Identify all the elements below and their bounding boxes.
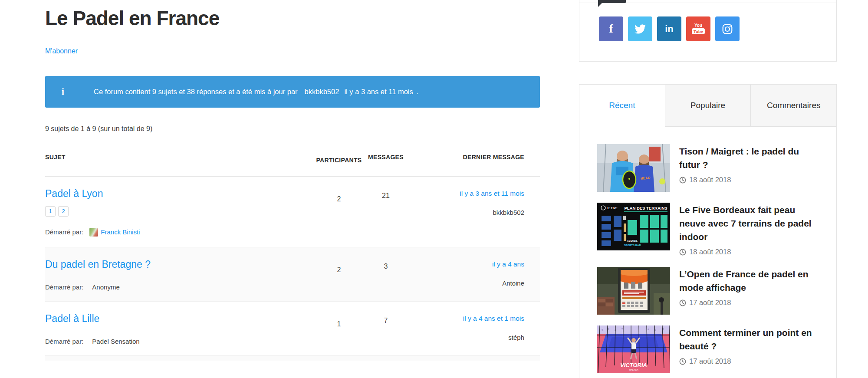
svg-text:You: You — [694, 23, 702, 28]
messages-count: 21 — [362, 188, 410, 237]
started-by-label: Démarré par: — [45, 283, 83, 291]
clock-icon — [679, 177, 686, 184]
article-date: 18 août 2018 — [679, 248, 819, 256]
svg-text:SPORTS BAR: SPORTS BAR — [624, 244, 641, 247]
clock-icon — [679, 299, 686, 306]
list-item: LE FIVE PLAN DES TERRAINS — [597, 203, 819, 256]
svg-text:MALAGA: MALAGA — [629, 368, 638, 371]
feed-tabs: Récent Populaire Commentaires — [579, 85, 836, 127]
social-follow-card: f in You Tube — [579, 0, 837, 62]
twitter-icon[interactable] — [628, 16, 652, 41]
article-title[interactable]: L’Open de France de padel en mode affich… — [679, 267, 819, 294]
header-participants: PARTICIPANTS — [316, 154, 362, 167]
forum-topics-table: SUJET PARTICIPANTS MESSAGES DERNIER MESS… — [45, 151, 540, 361]
notice-user-link[interactable]: bkkbkb502 — [305, 88, 339, 96]
tab-comments[interactable]: Commentaires — [751, 85, 836, 126]
widget-heading-tail — [598, 3, 602, 7]
started-by-label: Démarré par: — [45, 338, 83, 345]
notice-time-link[interactable]: il y a 3 ans et 11 mois — [344, 88, 413, 96]
table-row: Padel à Lyon 1 2 Démarré par: Franck Bin… — [45, 177, 540, 247]
participants-count: 2 — [316, 188, 362, 237]
recent-articles-list: HEAD Tison / Maigret : le padel du futur… — [579, 127, 836, 378]
article-date: 18 août 2018 — [679, 176, 819, 184]
starter-link[interactable]: Franck Binisti — [101, 228, 140, 236]
forum-main-card: Le Padel en France M'abonner i Ce forum … — [25, 0, 563, 378]
table-row: Padel à Lille Démarré par: Padel Sensati… — [45, 302, 540, 356]
svg-text:Tube: Tube — [694, 29, 703, 34]
starter-name: Anonyme — [92, 283, 119, 291]
article-thumbnail-players[interactable]: HEAD — [597, 144, 670, 192]
tab-recent[interactable]: Récent — [579, 85, 665, 126]
instagram-icon[interactable] — [715, 16, 740, 41]
page-number-button[interactable]: 1 — [45, 206, 56, 217]
svg-text:LE FIVE: LE FIVE — [607, 207, 618, 210]
table-row — [45, 356, 540, 361]
article-title[interactable]: Tison / Maigret : le padel du futur ? — [679, 145, 819, 171]
article-title[interactable]: Le Five Bordeaux fait peau neuve avec 7 … — [679, 203, 819, 243]
header-messages: MESSAGES — [362, 154, 410, 161]
messages-count: 7 — [362, 313, 410, 345]
last-post-author: Antoine — [410, 279, 524, 287]
starter-name: Padel Sensation — [92, 338, 139, 345]
participants-count: 1 — [316, 313, 362, 345]
clock-icon — [679, 249, 686, 256]
forum-notice-banner: i Ce forum contient 9 sujets et 38 répon… — [45, 76, 540, 108]
participants-count: 2 — [316, 259, 362, 291]
tab-popular[interactable]: Populaire — [665, 85, 751, 126]
table-row: Du padel en Bretagne ? Démarré par: Anon… — [45, 247, 540, 302]
messages-count: 3 — [362, 259, 410, 291]
svg-text:PLAN DES TERRAINS: PLAN DES TERRAINS — [624, 206, 667, 210]
svg-text:HEAD: HEAD — [641, 176, 651, 181]
list-item: HEAD Tison / Maigret : le padel du futur… — [597, 144, 819, 192]
freshness-link[interactable]: il y a 3 ans et 11 mois — [410, 188, 524, 197]
topic-link[interactable]: Padel à Lyon — [45, 188, 103, 200]
list-item: L’Open de France de padel en mode affich… — [597, 267, 819, 315]
table-header-row: SUJET PARTICIPANTS MESSAGES DERNIER MESS… — [45, 151, 540, 177]
topic-pagination: 1 2 — [45, 206, 316, 217]
linkedin-icon[interactable]: in — [657, 16, 681, 41]
recent-posts-card: Récent Populaire Commentaires — [579, 84, 837, 378]
page-title: Le Padel en France — [45, 7, 563, 30]
page-number-button[interactable]: 2 — [58, 206, 69, 217]
social-buttons: f in You Tube — [599, 16, 740, 41]
facebook-icon[interactable]: f — [599, 16, 623, 41]
info-icon: i — [60, 86, 66, 97]
youtube-icon[interactable]: You Tube — [686, 16, 710, 41]
notice-text: Ce forum contient 9 sujets et 38 réponse… — [94, 88, 298, 96]
started-by-label: Démarré par: — [45, 228, 83, 236]
article-date: 17 août 2018 — [679, 357, 819, 365]
article-title[interactable]: Comment terminer un point en beauté ? — [679, 326, 819, 353]
widget-heading-remnant — [598, 0, 626, 3]
topic-link[interactable]: Du padel en Bretagne ? — [45, 259, 151, 270]
article-thumbnail-padel-court[interactable]: VICTORIA MALAGA — [597, 325, 670, 373]
clock-icon — [679, 358, 686, 365]
article-thumbnail-billboard[interactable] — [597, 267, 670, 315]
svg-text:VICTORIA: VICTORIA — [620, 362, 647, 368]
article-thumbnail-court-plan[interactable]: LE FIVE PLAN DES TERRAINS — [597, 203, 670, 250]
topics-pagination-summary: 9 sujets de 1 à 9 (sur un total de 9) — [45, 125, 563, 133]
svg-text:ACCUEIL: ACCUEIL — [627, 240, 638, 242]
topic-link[interactable]: Padel à Lille — [45, 313, 99, 325]
last-post-author: stéph — [410, 334, 524, 341]
freshness-link[interactable]: il y a 4 ans — [410, 259, 524, 268]
last-post-author: bkkbkb502 — [410, 209, 524, 216]
notice-period: . — [417, 88, 419, 96]
freshness-link[interactable]: il y a 4 ans et 1 mois — [410, 313, 524, 322]
list-item: VICTORIA MALAGA Comment terminer un poin… — [597, 325, 819, 373]
article-date: 17 août 2018 — [679, 299, 819, 307]
header-last-message: DERNIER MESSAGE — [410, 154, 540, 161]
avatar[interactable] — [89, 228, 98, 237]
header-topic: SUJET — [45, 154, 316, 161]
subscribe-link[interactable]: M'abonner — [45, 47, 78, 55]
